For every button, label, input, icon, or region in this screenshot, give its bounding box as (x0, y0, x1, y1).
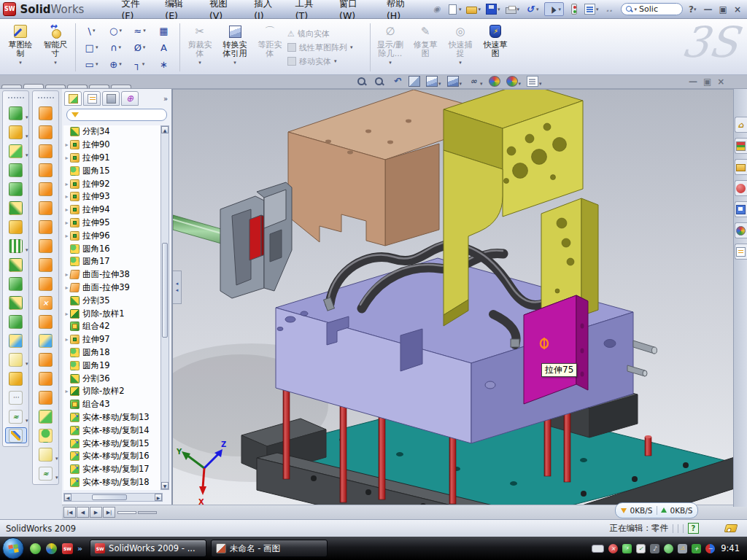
taskbar-button-solidworks[interactable]: SW SolidWorks 2009 - ... (90, 540, 206, 557)
tree-item[interactable]: 圆角15 (63, 164, 163, 177)
tree-item[interactable]: 实体-移动/复制18 (63, 476, 163, 489)
tab-nav-button[interactable]: ◀ (77, 507, 89, 518)
display-delete-relations-button[interactable]: ∅ 显示/删除几... (373, 20, 408, 74)
browser-icon[interactable] (46, 543, 57, 554)
security-icon[interactable] (622, 544, 632, 553)
undo-icon[interactable] (525, 4, 539, 15)
pin-icon[interactable] (431, 4, 442, 15)
sketch-fillet-icon[interactable]: ┐ (128, 56, 152, 73)
quick-launch-chevron[interactable]: » (77, 544, 82, 553)
extruded-cut-icon[interactable] (5, 124, 27, 140)
tree-item[interactable]: 分割34 (63, 125, 163, 139)
panel-expand-chevron[interactable]: » (163, 95, 169, 103)
ribbon-tab[interactable] (45, 85, 66, 88)
sketch-button[interactable]: 草图绘制 (3, 20, 38, 74)
expand-arrow-icon[interactable] (63, 336, 70, 343)
tree-item[interactable]: 拉伸90 (63, 139, 163, 152)
tab-nav-button[interactable]: ▶ (90, 507, 102, 518)
previous-view-icon[interactable] (391, 76, 403, 87)
tree-item[interactable]: 圆角19 (63, 359, 163, 372)
new-document-icon[interactable] (447, 4, 462, 15)
expand-arrow-icon[interactable] (63, 193, 70, 200)
annotations-icon[interactable] (527, 76, 542, 87)
help-button[interactable]: ? (689, 4, 694, 15)
tree-item[interactable]: 分割36 (63, 372, 163, 385)
move-entities-button[interactable]: 移动实体 (287, 56, 368, 67)
smart-dimension-button[interactable]: 智能尺寸 (38, 20, 73, 74)
trim-surface-icon[interactable] (35, 332, 57, 349)
appearances-icon[interactable] (735, 222, 747, 238)
surface-curve-icon[interactable] (35, 465, 57, 481)
search-input[interactable]: Solic (639, 4, 658, 14)
shell-icon[interactable] (5, 181, 27, 197)
boss-icon[interactable] (5, 314, 27, 330)
tree-item[interactable]: 曲面-拉伸38 (63, 268, 163, 281)
antivirus-icon[interactable] (608, 544, 618, 553)
volume-icon[interactable] (650, 544, 659, 553)
health-icon[interactable] (692, 544, 701, 553)
close-button[interactable]: × (734, 4, 741, 15)
network-speed-widget[interactable]: 0KB/S 0KB/S (615, 502, 698, 518)
scroll-up-icon[interactable]: ▲ (161, 126, 169, 133)
rapid-sketch-button[interactable]: ⚡ 快速草图 (478, 20, 513, 74)
tree-item[interactable]: 拉伸93 (63, 190, 163, 203)
ribbon-tab[interactable] (23, 84, 44, 88)
tab-dimxpert-manager[interactable] (121, 91, 139, 106)
scroll-thumb[interactable] (162, 243, 168, 338)
expand-arrow-icon[interactable] (63, 219, 70, 226)
toolbar-overflow-icon[interactable] (604, 4, 615, 15)
reference-geometry-icon[interactable] (5, 351, 27, 368)
filled-surface-icon[interactable] (35, 200, 57, 216)
tree-item[interactable]: 实体-移动/复制16 (63, 450, 163, 463)
arc-icon[interactable]: ∩ (104, 39, 128, 56)
rebuild-icon[interactable] (569, 4, 579, 15)
boundary-surface-icon[interactable] (35, 181, 57, 197)
tree-vertical-scrollbar[interactable]: ▲ ▼ (160, 125, 169, 490)
view-orientation-icon[interactable] (426, 76, 441, 87)
line-icon[interactable]: \ (80, 23, 104, 39)
ribbon-tab[interactable] (67, 85, 88, 88)
display-style-icon[interactable] (447, 76, 462, 87)
tree-item[interactable]: 拉伸97 (63, 333, 163, 346)
untrim-surface-icon[interactable] (35, 370, 57, 386)
expand-arrow-icon[interactable] (63, 155, 70, 161)
trim-entities-button[interactable]: ✂ 剪裁实体 (182, 20, 217, 74)
select-icon[interactable] (544, 2, 565, 16)
ruled-surface-icon[interactable] (35, 276, 57, 292)
linear-sketch-pattern-button[interactable]: 线性草图阵列 (287, 42, 368, 53)
tree-item[interactable]: 拉伸94 (63, 203, 163, 217)
quick-snaps-button[interactable]: ◎ 快速捕捉 (443, 20, 478, 74)
freeform-icon[interactable] (35, 238, 57, 254)
taskbar-button-paint[interactable]: 未命名 - 画图 (211, 540, 328, 557)
tree-item[interactable]: 拉伸92 (63, 177, 163, 190)
expand-arrow-icon[interactable] (63, 141, 70, 148)
expand-arrow-icon[interactable] (63, 206, 70, 213)
surface-reference-geometry-icon[interactable] (35, 446, 57, 462)
zoom-fit-icon[interactable] (374, 76, 385, 87)
combine-icon[interactable] (5, 257, 27, 273)
tree-item[interactable]: 曲面-拉伸39 (63, 281, 163, 295)
open-icon[interactable] (466, 4, 481, 14)
sync-icon[interactable] (705, 544, 715, 553)
slot-icon[interactable]: ▭ (80, 56, 104, 73)
tree-item[interactable]: 拉伸95 (63, 217, 163, 230)
swept-surface-icon[interactable] (35, 143, 57, 159)
tree-item[interactable]: 分割35 (63, 294, 163, 307)
move-copy-body-icon[interactable] (5, 332, 27, 349)
panel-collapse-handle[interactable]: ◂◂ (173, 271, 182, 304)
plane-icon[interactable] (5, 370, 27, 386)
3d-model[interactable]: Y Z X (173, 90, 747, 508)
tree-item[interactable]: 组合43 (63, 398, 163, 411)
document-tab[interactable] (117, 511, 136, 514)
circle-icon[interactable]: ○ (104, 23, 128, 39)
knit-surface-icon[interactable] (35, 389, 57, 405)
ribbon-tab[interactable] (1, 85, 22, 88)
planar-surface-icon[interactable] (35, 219, 57, 235)
tree-item[interactable]: 切除-放样2 (63, 385, 163, 398)
ribbon-tab[interactable] (89, 85, 109, 88)
point-icon[interactable]: ∗ (152, 56, 176, 73)
network-warning-icon[interactable] (678, 544, 687, 553)
extruded-surface-icon[interactable] (35, 105, 57, 121)
scroll-left-icon[interactable]: ◀ (64, 494, 71, 501)
move-body-icon[interactable] (5, 276, 27, 292)
